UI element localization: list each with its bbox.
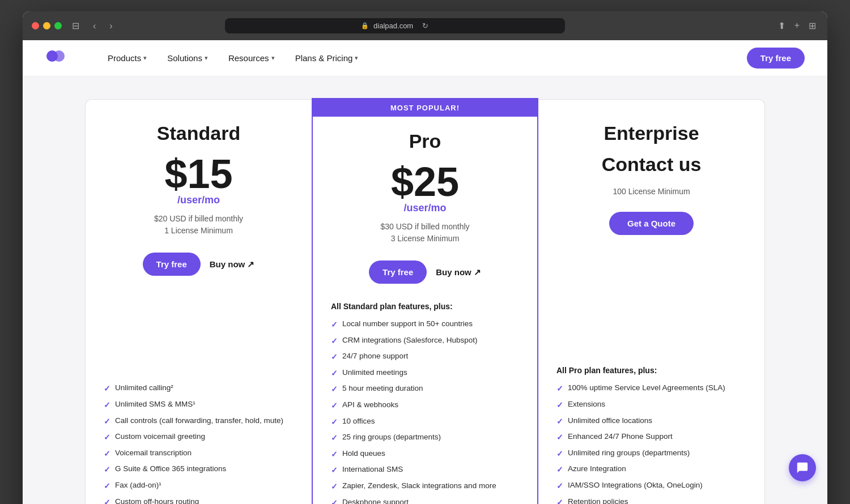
- pro-try-free-button[interactable]: Try free: [369, 260, 427, 284]
- standard-plan-price: $15: [104, 153, 294, 194]
- check-icon: ✓: [556, 497, 563, 504]
- pro-plan-name: Pro: [331, 130, 519, 152]
- standard-plan-card: Standard $15 /user/mo $20 USD if billed …: [85, 99, 312, 504]
- get-quote-button[interactable]: Get a Quote: [609, 212, 694, 235]
- list-item: ✓Local number support in 50+ countries: [331, 319, 519, 331]
- pro-features-list: ✓Local number support in 50+ countries ✓…: [331, 319, 519, 504]
- check-icon: ✓: [331, 352, 338, 363]
- list-item: ✓5 hour meeting duration: [331, 383, 519, 395]
- browser-window: ⊟ ‹ › 🔒 dialpad.com ↻ ⬆ + ⊞ Products ▾: [23, 11, 827, 504]
- check-icon: ✓: [331, 336, 338, 347]
- list-item: ✓Retention policies: [556, 497, 746, 504]
- chat-button[interactable]: [789, 454, 816, 481]
- nav-item-products[interactable]: Products ▾: [100, 49, 155, 67]
- enterprise-license-note: 100 License Minimum: [556, 187, 746, 196]
- list-item: ✓Unlimited ring groups (departments): [556, 448, 746, 460]
- list-item: ✓Unlimited meetings: [331, 368, 519, 379]
- pro-plan-billing: $30 USD if billed monthly3 License Minim…: [331, 221, 519, 245]
- enterprise-plan-card: Enterprise Contact us 100 License Minimu…: [538, 99, 765, 504]
- standard-try-free-button[interactable]: Try free: [143, 253, 201, 276]
- check-icon: ✓: [331, 433, 338, 444]
- standard-plan-billing: $20 USD if billed monthly1 License Minim…: [104, 213, 294, 237]
- check-icon: ✓: [104, 497, 110, 504]
- standard-cta-row: Try free Buy now ↗: [104, 253, 294, 276]
- check-icon: ✓: [331, 400, 338, 412]
- chevron-down-icon: ▾: [355, 54, 358, 62]
- check-icon: ✓: [331, 481, 338, 493]
- check-icon: ✓: [104, 416, 110, 428]
- back-button[interactable]: ‹: [90, 20, 99, 32]
- check-icon: ✓: [556, 383, 563, 395]
- main-content: Standard $15 /user/mo $20 USD if billed …: [23, 76, 827, 504]
- list-item: ✓G Suite & Office 365 integrations: [104, 464, 294, 476]
- check-icon: ✓: [104, 383, 110, 395]
- check-icon: ✓: [104, 432, 110, 443]
- list-item: ✓Extensions: [556, 399, 746, 411]
- reload-icon[interactable]: ↻: [422, 22, 428, 30]
- list-item: ✓Unlimited calling²: [104, 383, 294, 395]
- check-icon: ✓: [556, 449, 563, 460]
- pro-plan-price: $25: [331, 161, 519, 202]
- check-icon: ✓: [331, 384, 338, 395]
- list-item: ✓API & webhooks: [331, 400, 519, 412]
- nav-item-resources[interactable]: Resources ▾: [220, 49, 283, 67]
- nav-try-free-button[interactable]: Try free: [747, 48, 805, 69]
- svg-point-1: [53, 50, 65, 62]
- close-button[interactable]: [32, 22, 39, 29]
- list-item: ✓Hold queues: [331, 449, 519, 460]
- enterprise-contact: Contact us: [556, 153, 746, 176]
- pro-plan-card: MOST POPULAR! Pro $25 /user/mo $30 USD i…: [312, 98, 538, 504]
- list-item: ✓IAM/SSO Integrations (Okta, OneLogin): [556, 480, 746, 492]
- list-item: ✓Voicemail transcription: [104, 448, 294, 460]
- chevron-down-icon: ▾: [205, 54, 208, 62]
- list-item: ✓CRM integrations (Salesforce, Hubspot): [331, 335, 519, 347]
- list-item: ✓100% uptime Service Level Agreements (S…: [556, 383, 746, 395]
- logo: [45, 48, 66, 68]
- pro-cta-row: Try free Buy now ↗: [331, 260, 519, 284]
- chevron-down-icon: ▾: [271, 54, 275, 62]
- list-item: ✓Custom voicemail greeting: [104, 432, 294, 443]
- nav-links: Products ▾ Solutions ▾ Resources ▾ Plans…: [100, 49, 747, 67]
- standard-plan-period: /user/mo: [104, 194, 294, 206]
- check-icon: ✓: [556, 416, 563, 428]
- nav-item-solutions[interactable]: Solutions ▾: [159, 49, 216, 67]
- list-item: ✓Azure Integration: [556, 464, 746, 476]
- share-icon[interactable]: ⬆: [776, 19, 788, 32]
- grid-icon[interactable]: ⊞: [806, 19, 818, 32]
- forward-button[interactable]: ›: [106, 20, 116, 32]
- check-icon: ✓: [556, 464, 563, 476]
- check-icon: ✓: [331, 417, 338, 428]
- list-item: ✓Zapier, Zendesk, Slack integrations and…: [331, 481, 519, 493]
- list-item: ✓Deskphone support: [331, 497, 519, 504]
- pro-plan-period: /user/mo: [331, 202, 519, 214]
- lock-icon: 🔒: [361, 22, 369, 29]
- standard-features-list: ✓Unlimited calling² ✓Unlimited SMS & MMS…: [104, 383, 294, 504]
- pro-buy-now-button[interactable]: Buy now ↗: [436, 267, 481, 277]
- check-icon: ✓: [331, 498, 338, 504]
- pricing-grid: Standard $15 /user/mo $20 USD if billed …: [85, 99, 765, 504]
- list-item: ✓24/7 phone support: [331, 351, 519, 363]
- list-item: ✓Call controls (call forwarding, transfe…: [104, 416, 294, 428]
- minimize-button[interactable]: [43, 22, 50, 29]
- browser-chrome: ⊟ ‹ › 🔒 dialpad.com ↻ ⬆ + ⊞: [23, 11, 827, 40]
- check-icon: ✓: [104, 449, 110, 460]
- check-icon: ✓: [331, 449, 338, 460]
- list-item: ✓Fax (add-on)¹: [104, 480, 294, 492]
- check-icon: ✓: [331, 465, 338, 476]
- address-bar[interactable]: 🔒 dialpad.com ↻: [225, 18, 565, 33]
- list-item: ✓International SMS: [331, 464, 519, 476]
- tab-grid-button[interactable]: ⊟: [69, 19, 83, 32]
- list-item: ✓10 offices: [331, 416, 519, 428]
- list-item: ✓Unlimited office locations: [556, 416, 746, 428]
- list-item: ✓Custom off-hours routing: [104, 497, 294, 504]
- traffic-lights: [32, 22, 62, 29]
- fullscreen-button[interactable]: [54, 22, 62, 29]
- check-icon: ✓: [104, 481, 110, 492]
- standard-buy-now-button[interactable]: Buy now ↗: [210, 259, 255, 270]
- new-tab-icon[interactable]: +: [792, 19, 802, 32]
- nav-item-plans[interactable]: Plans & Pricing ▾: [287, 49, 367, 67]
- url-text: dialpad.com: [373, 22, 413, 30]
- check-icon: ✓: [556, 481, 563, 492]
- chevron-down-icon: ▾: [143, 54, 147, 62]
- standard-plan-name: Standard: [104, 122, 294, 144]
